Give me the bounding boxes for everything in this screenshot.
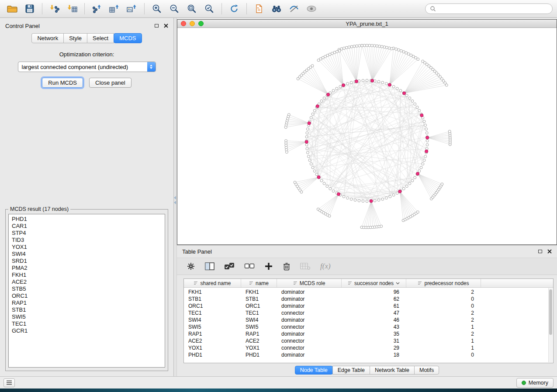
mcds-result-item[interactable]: SRD1 bbox=[12, 258, 162, 265]
search-input[interactable] bbox=[439, 6, 548, 12]
table-scrollbar-thumb[interactable] bbox=[549, 289, 552, 335]
select-all-button[interactable] bbox=[224, 262, 235, 270]
apply-layout-button[interactable] bbox=[226, 2, 242, 16]
close-panel-button[interactable]: Close panel bbox=[89, 78, 131, 88]
mcds-result-item[interactable]: FKH1 bbox=[12, 272, 162, 279]
list-icon bbox=[6, 380, 12, 385]
mcds-result-item[interactable]: TID3 bbox=[12, 237, 162, 244]
column-header-predecessor-nodes[interactable]: predecessor nodes bbox=[406, 279, 481, 287]
close-panel-icon[interactable] bbox=[547, 249, 552, 254]
show-columns-button[interactable] bbox=[205, 262, 214, 270]
tab-network-table[interactable]: Network Table bbox=[370, 366, 415, 375]
column-sort-icon bbox=[249, 281, 253, 285]
table-row[interactable]: YOX1YOX1connector291 bbox=[184, 344, 553, 351]
open-file-button[interactable] bbox=[4, 2, 20, 16]
mcds-result-item[interactable]: STB5 bbox=[12, 285, 162, 292]
hide-graphics-details-button[interactable] bbox=[286, 2, 302, 16]
column-header-mcds-role[interactable]: MCDS role bbox=[277, 279, 342, 287]
status-bar: Memory bbox=[0, 376, 557, 389]
table-row[interactable]: ORC1ORC1dominator610 bbox=[184, 303, 553, 309]
save-icon bbox=[24, 4, 35, 14]
network-canvas[interactable] bbox=[177, 28, 557, 244]
float-panel-icon[interactable] bbox=[538, 250, 542, 253]
export-image-button[interactable] bbox=[124, 2, 140, 16]
memory-button[interactable]: Memory bbox=[516, 378, 554, 388]
node-table-header: shared namenameMCDS rolesuccessor nodesp… bbox=[184, 279, 553, 288]
float-panel-icon[interactable] bbox=[155, 24, 159, 28]
mcds-result-item[interactable]: CAR1 bbox=[12, 223, 162, 230]
mcds-result-item[interactable]: YOX1 bbox=[12, 244, 162, 251]
zoom-in-button[interactable] bbox=[149, 2, 165, 16]
import-network-icon bbox=[49, 4, 60, 14]
tab-mcds[interactable]: MCDS bbox=[114, 33, 142, 43]
close-panel-icon[interactable] bbox=[164, 24, 168, 28]
table-settings-button[interactable] bbox=[187, 262, 195, 271]
table-row[interactable]: ACE2ACE2connector311 bbox=[184, 337, 553, 344]
mcds-result-list[interactable]: PHD1CAR1STP4TID3YOX1SWI4SRD1PMA2FKH1ACE2… bbox=[8, 214, 165, 368]
table-row[interactable]: TEC1TEC1connector472 bbox=[184, 309, 553, 316]
tab-select[interactable]: Select bbox=[87, 33, 114, 43]
tab-node-table[interactable]: Node Table bbox=[295, 366, 333, 375]
mcds-result-item[interactable]: STP4 bbox=[12, 230, 162, 237]
export-document-button[interactable] bbox=[251, 2, 267, 16]
table-row[interactable]: PHD1PHD1dominator180 bbox=[184, 351, 553, 358]
mcds-result-item[interactable]: TEC1 bbox=[12, 320, 162, 327]
zoom-fit-button[interactable] bbox=[184, 2, 200, 16]
table-cell: dominator bbox=[277, 331, 342, 337]
zoom-selected-button[interactable] bbox=[201, 2, 217, 16]
show-panels-button[interactable] bbox=[3, 378, 15, 387]
table-scrollbar[interactable] bbox=[548, 288, 553, 362]
import-network-button[interactable] bbox=[47, 2, 62, 16]
table-panel: Table Panel bbox=[177, 245, 557, 376]
optimization-criterion-select[interactable]: largest connected component (undirected) bbox=[18, 62, 156, 72]
table-panel-title: Table Panel bbox=[182, 248, 212, 255]
show-graphics-button[interactable] bbox=[304, 2, 319, 16]
tab-style[interactable]: Style bbox=[63, 33, 87, 43]
column-header-name[interactable]: name bbox=[241, 279, 277, 287]
table-row[interactable]: RAP1RAP1dominator352 bbox=[184, 330, 553, 337]
mcds-result-item[interactable]: GCR1 bbox=[12, 327, 162, 334]
mcds-result-item[interactable]: ACE2 bbox=[12, 279, 162, 285]
column-header-successor-nodes[interactable]: successor nodes bbox=[342, 279, 406, 287]
table-row[interactable]: SWI4SWI4dominator462 bbox=[184, 316, 553, 323]
mcds-result-item[interactable]: PMA2 bbox=[12, 265, 162, 272]
table-cell: connector bbox=[277, 345, 342, 351]
mcds-result-item[interactable]: SWI5 bbox=[12, 313, 162, 320]
splitter-collapse-icon[interactable] bbox=[174, 196, 176, 204]
table-row[interactable]: STB1STB1dominator620 bbox=[184, 296, 553, 303]
mcds-result-item[interactable]: ORC1 bbox=[12, 292, 162, 299]
control-panel: Control Panel NetworkStyleSelectMCDS Opt… bbox=[0, 18, 174, 376]
table-row[interactable]: FKH1FKH1dominator962 bbox=[184, 289, 553, 296]
table-cell: 29 bbox=[342, 345, 406, 351]
run-mcds-button[interactable]: Run MCDS bbox=[42, 78, 83, 88]
mcds-result-item[interactable]: STB1 bbox=[12, 306, 162, 313]
tab-edge-table[interactable]: Edge Table bbox=[332, 366, 370, 375]
tab-network[interactable]: Network bbox=[31, 33, 64, 43]
gear-icon bbox=[187, 262, 195, 271]
save-button[interactable] bbox=[22, 2, 38, 16]
export-table-button[interactable] bbox=[107, 2, 122, 16]
zoom-out-button[interactable] bbox=[166, 2, 182, 16]
function-builder-button[interactable]: f(x) bbox=[320, 262, 331, 271]
column-header-shared-name[interactable]: shared name bbox=[184, 279, 241, 287]
network-window-titlebar[interactable]: YPA_prune.txt_1 bbox=[177, 20, 557, 28]
add-column-button[interactable] bbox=[264, 262, 273, 271]
tab-motifs[interactable]: Motifs bbox=[414, 366, 439, 375]
export-network-button[interactable] bbox=[89, 2, 105, 16]
search-network-button[interactable] bbox=[269, 2, 284, 16]
delete-table-button-disabled[interactable] bbox=[300, 262, 311, 270]
table-row[interactable]: SWI5SWI5connector431 bbox=[184, 323, 553, 330]
sort-direction-icon bbox=[396, 282, 400, 285]
panel-splitter[interactable] bbox=[174, 18, 177, 376]
control-panel-tabs: NetworkStyleSelectMCDS bbox=[0, 33, 173, 43]
delete-column-button[interactable] bbox=[283, 262, 291, 271]
mcds-result-item[interactable]: SWI4 bbox=[12, 251, 162, 258]
mcds-result-item[interactable]: RAP1 bbox=[12, 299, 162, 306]
deselect-all-button[interactable] bbox=[244, 263, 255, 269]
table-cell: STB1 bbox=[241, 296, 277, 302]
search-field[interactable] bbox=[425, 3, 553, 14]
table-cell: STB1 bbox=[184, 296, 241, 302]
mcds-result-item[interactable]: PHD1 bbox=[12, 216, 162, 223]
import-table-button[interactable] bbox=[64, 2, 80, 16]
trash-icon bbox=[283, 262, 291, 271]
